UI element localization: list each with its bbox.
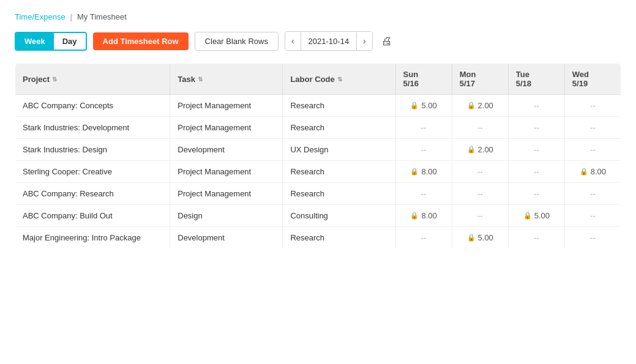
day-cell[interactable]: -- <box>508 95 564 117</box>
dash-value: -- <box>534 145 539 154</box>
day-cell[interactable]: -- <box>508 183 564 205</box>
day-cell[interactable]: -- <box>395 227 452 249</box>
table-row: Stark Industries: DevelopmentProject Man… <box>15 117 621 139</box>
table-row: ABC Company: Build OutDesignConsulting🔒 … <box>15 205 621 227</box>
dash-value: -- <box>534 167 539 176</box>
day-cell[interactable]: -- <box>564 183 621 205</box>
day-cell[interactable]: -- <box>452 117 508 139</box>
table-row: Sterling Cooper: CreativeProject Managem… <box>15 161 621 183</box>
sort-icon-project: ⇅ <box>52 76 57 83</box>
clear-blank-rows-button[interactable]: Clear Blank Rows <box>195 32 279 51</box>
cell-text: Research <box>290 233 324 242</box>
day-cell[interactable]: -- <box>452 205 508 227</box>
data-cell: Project Management <box>170 161 283 183</box>
cell-text: ABC Company: Build Out <box>23 211 113 220</box>
cell-text: ABC Company: Research <box>23 189 114 198</box>
time-value: 🔒 8.00 <box>403 167 444 176</box>
time-value: 🔒 2.00 <box>460 101 501 110</box>
header-labor[interactable]: Labor Code ⇅ <box>283 64 395 95</box>
table-row: Major Engineering: Intro PackageDevelopm… <box>15 227 621 249</box>
table-row: Stark Industries: DesignDevelopmentUX De… <box>15 139 621 161</box>
dash-value: -- <box>477 167 483 176</box>
dash-value: -- <box>534 123 539 132</box>
add-timesheet-row-button[interactable]: Add Timesheet Row <box>93 32 189 50</box>
cell-text: Development <box>178 145 225 154</box>
day-cell[interactable]: -- <box>564 205 621 227</box>
data-cell: ABC Company: Concepts <box>15 95 170 117</box>
data-cell: Major Engineering: Intro Package <box>15 227 170 249</box>
cell-text: Project Management <box>178 123 251 132</box>
day-cell[interactable]: -- <box>508 117 564 139</box>
cell-text: Project Management <box>178 101 251 110</box>
dash-value: -- <box>590 123 596 132</box>
day-cell[interactable]: -- <box>452 161 508 183</box>
print-button[interactable]: 🖨 <box>379 32 395 50</box>
dash-value: -- <box>590 189 596 198</box>
cell-text: UX Design <box>290 145 328 154</box>
day-cell[interactable]: 🔒 8.00 <box>564 161 621 183</box>
cell-text: Research <box>290 189 324 198</box>
data-cell: Project Management <box>170 95 283 117</box>
date-navigator: ‹ 2021-10-14 › <box>285 31 373 51</box>
cell-text: Stark Industries: Design <box>23 145 107 154</box>
data-cell: Research <box>283 183 395 205</box>
day-button[interactable]: Day <box>54 33 86 50</box>
day-cell[interactable]: -- <box>564 95 621 117</box>
day-cell[interactable]: -- <box>564 227 621 249</box>
prev-date-button[interactable]: ‹ <box>285 32 301 50</box>
header-project[interactable]: Project ⇅ <box>15 64 170 95</box>
lock-icon: 🔒 <box>467 102 476 110</box>
dash-value: -- <box>421 189 427 198</box>
dash-value: -- <box>421 123 427 132</box>
lock-icon: 🔒 <box>410 212 419 220</box>
cell-text: Development <box>178 233 225 242</box>
day-cell[interactable]: -- <box>395 117 452 139</box>
lock-icon: 🔒 <box>467 146 476 154</box>
cell-text: Research <box>290 101 324 110</box>
table-header-row: Project ⇅ Task ⇅ Labor Code ⇅ <box>15 64 621 95</box>
sort-icon-task: ⇅ <box>198 76 203 83</box>
day-cell[interactable]: -- <box>508 139 564 161</box>
cell-text: Consulting <box>290 211 327 220</box>
next-date-button[interactable]: › <box>357 32 372 50</box>
day-cell[interactable]: 🔒 5.00 <box>452 227 508 249</box>
breadcrumb-link[interactable]: Time/Expense <box>15 12 65 21</box>
day-cell[interactable]: -- <box>452 183 508 205</box>
week-button[interactable]: Week <box>16 33 54 50</box>
lock-icon: 🔒 <box>580 168 588 176</box>
day-cell[interactable]: 🔒 5.00 <box>508 205 564 227</box>
cell-text: ABC Company: Concepts <box>23 101 113 110</box>
data-cell: Project Management <box>170 117 283 139</box>
data-cell: ABC Company: Build Out <box>15 205 170 227</box>
breadcrumb: Time/Expense | My Timesheet <box>15 12 621 21</box>
day-cell[interactable]: -- <box>564 139 621 161</box>
time-value: 🔒 2.00 <box>460 145 501 154</box>
data-cell: Research <box>283 95 395 117</box>
lock-icon: 🔒 <box>410 168 419 176</box>
data-cell: Project Management <box>170 183 283 205</box>
day-cell[interactable]: -- <box>395 139 452 161</box>
day-cell[interactable]: -- <box>508 227 564 249</box>
table-body: ABC Company: ConceptsProject ManagementR… <box>15 95 621 249</box>
dash-value: -- <box>421 233 427 242</box>
day-cell[interactable]: 🔒 2.00 <box>452 95 508 117</box>
header-task[interactable]: Task ⇅ <box>170 64 283 95</box>
view-toggle: Week Day <box>15 32 87 51</box>
time-value: 🔒 5.00 <box>403 101 444 110</box>
dash-value: -- <box>477 123 483 132</box>
lock-icon: 🔒 <box>410 102 419 110</box>
day-cell[interactable]: 🔒 2.00 <box>452 139 508 161</box>
lock-icon: 🔒 <box>523 212 532 220</box>
day-cell[interactable]: -- <box>508 161 564 183</box>
day-cell[interactable]: 🔒 5.00 <box>395 95 452 117</box>
data-cell: UX Design <box>283 139 395 161</box>
data-cell: Development <box>170 139 283 161</box>
day-cell[interactable]: -- <box>395 183 452 205</box>
day-cell[interactable]: 🔒 8.00 <box>395 205 452 227</box>
day-cell[interactable]: -- <box>564 117 621 139</box>
dash-value: -- <box>590 233 596 242</box>
app-container: Time/Expense | My Timesheet Week Day Add… <box>0 0 636 364</box>
dash-value: -- <box>590 145 596 154</box>
cell-text: Project Management <box>178 189 251 198</box>
day-cell[interactable]: 🔒 8.00 <box>395 161 452 183</box>
